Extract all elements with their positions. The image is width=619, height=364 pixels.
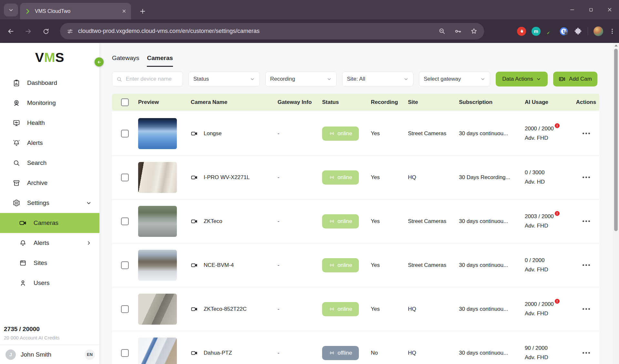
- row-actions-menu[interactable]: [581, 131, 592, 136]
- sidebar-item-monitoring[interactable]: Monitoring: [0, 93, 99, 113]
- tab-search-button[interactable]: [4, 4, 18, 16]
- scrollbar-up-arrow[interactable]: [613, 43, 619, 48]
- row-checkbox[interactable]: [121, 174, 129, 181]
- close-button[interactable]: [600, 0, 619, 19]
- site-info-icon[interactable]: [66, 28, 74, 35]
- device-search[interactable]: [112, 72, 183, 86]
- sidebar: VMS Dashboard Monitoring Health Ale: [0, 43, 99, 364]
- back-button[interactable]: [4, 25, 17, 38]
- camera-preview-thumbnail[interactable]: [138, 294, 177, 325]
- camera-name[interactable]: ZKTeco-852T22C: [204, 306, 247, 312]
- sidebar-item-label: Cameras: [34, 219, 58, 227]
- address-bar[interactable]: cloudtwo-prod.vxgdemo.cloud-vms.com/en/c…: [60, 23, 484, 39]
- select-all-checkbox[interactable]: [121, 98, 129, 106]
- saved-password-key-icon[interactable]: [454, 27, 462, 35]
- zoom-out-icon[interactable]: [438, 27, 446, 35]
- sidebar-item-archive[interactable]: Archive: [0, 173, 99, 193]
- minimize-button[interactable]: [563, 0, 582, 19]
- status-badge: online: [322, 258, 359, 272]
- search-input[interactable]: [125, 76, 179, 83]
- language-badge[interactable]: EN: [85, 349, 95, 360]
- sidebar-item-users[interactable]: Users: [0, 273, 99, 293]
- browser-tab[interactable]: VMS CloudTwo: [20, 3, 131, 19]
- dropdown-label: Status: [193, 76, 209, 82]
- bookmark-star-icon[interactable]: [470, 27, 478, 35]
- row-checkbox[interactable]: [121, 305, 129, 313]
- password-manager-extension-icon[interactable]: [559, 27, 568, 36]
- tab-close-icon[interactable]: [122, 9, 127, 14]
- forward-button[interactable]: [22, 25, 35, 38]
- user-avatar: J: [5, 349, 16, 360]
- search-icon: [13, 159, 20, 167]
- row-checkbox[interactable]: [121, 261, 129, 269]
- user-row[interactable]: J John Smith EN: [0, 345, 99, 364]
- scrollbar-thumb[interactable]: [614, 49, 618, 231]
- tab-cameras[interactable]: Cameras: [147, 55, 173, 67]
- status-text: online: [338, 306, 352, 312]
- dropdown-label: Site: All: [347, 76, 365, 82]
- camera-name[interactable]: Dahua-PTZ: [204, 350, 232, 356]
- row-actions-menu[interactable]: [581, 350, 592, 356]
- webcam-icon: [13, 99, 20, 107]
- extensions-puzzle-icon[interactable]: [574, 27, 582, 35]
- video-camera-icon: [191, 218, 198, 225]
- camera-name[interactable]: I-PRO WV-X2271L: [204, 174, 250, 181]
- sidebar-collapse-button[interactable]: [95, 57, 104, 66]
- tab-gateways[interactable]: Gateways: [112, 55, 139, 67]
- status-text: online: [338, 262, 352, 268]
- reload-button[interactable]: [39, 25, 52, 38]
- browser-toolbar: cloudtwo-prod.vxgdemo.cloud-vms.com/en/c…: [0, 19, 619, 43]
- signal-icon: [329, 262, 335, 268]
- user-icon: [19, 279, 27, 287]
- sidebar-item-cameras[interactable]: Cameras: [0, 213, 99, 233]
- row-checkbox[interactable]: [121, 217, 129, 225]
- camera-preview-thumbnail[interactable]: [138, 118, 177, 149]
- data-actions-button[interactable]: Data Actions: [496, 72, 548, 86]
- status-filter-dropdown[interactable]: Status: [188, 72, 260, 86]
- row-actions-menu[interactable]: [581, 218, 592, 224]
- logo-s: S: [55, 50, 64, 65]
- status-text: offline: [338, 350, 352, 356]
- monica-extension-icon[interactable]: m: [532, 27, 541, 36]
- eyedropper-extension-icon[interactable]: [546, 27, 554, 35]
- sidebar-item-alerts-sub[interactable]: Alerts: [0, 233, 99, 253]
- bell-ringing-icon: [13, 139, 20, 147]
- row-actions-menu[interactable]: [581, 306, 592, 312]
- ai-credits: 2735 / 20000 20 000 Account AI Credits: [0, 326, 99, 345]
- browser-menu-kebab-icon[interactable]: [609, 28, 616, 35]
- camera-name[interactable]: Longse: [204, 130, 222, 137]
- camera-preview-thumbnail[interactable]: [138, 338, 177, 364]
- camera-preview-thumbnail[interactable]: [138, 206, 177, 237]
- sidebar-item-sites[interactable]: Sites: [0, 253, 99, 273]
- new-tab-button[interactable]: [137, 5, 148, 17]
- sidebar-item-alerts[interactable]: Alerts: [0, 133, 99, 153]
- row-checkbox[interactable]: [121, 349, 129, 357]
- camera-name[interactable]: ZKTeco: [204, 218, 222, 225]
- recording-filter-dropdown[interactable]: Recording: [265, 72, 337, 86]
- camera-name[interactable]: NCE-BVM-4: [204, 262, 234, 268]
- table-row: I-PRO WV-X2271L - online Yes HQ 30 Days …: [112, 156, 599, 199]
- logo-m: M: [44, 50, 56, 65]
- chevron-right-icon: [86, 240, 92, 246]
- maximize-button[interactable]: [582, 0, 600, 19]
- sidebar-item-health[interactable]: Health: [0, 113, 99, 133]
- page-tabs: Gateways Cameras: [112, 55, 173, 67]
- site-filter-dropdown[interactable]: Site: All: [342, 72, 413, 86]
- camera-preview-thumbnail[interactable]: [138, 162, 177, 193]
- sidebar-item-dashboard[interactable]: Dashboard: [0, 73, 99, 93]
- vms-logo: VMS: [0, 50, 99, 65]
- row-actions-menu[interactable]: [581, 262, 592, 268]
- row-checkbox[interactable]: [121, 130, 129, 137]
- row-actions-menu[interactable]: [581, 175, 592, 180]
- sidebar-item-settings[interactable]: Settings: [0, 193, 99, 213]
- camera-preview-thumbnail[interactable]: [138, 250, 177, 281]
- gateway-filter-dropdown[interactable]: Select gateway: [419, 72, 490, 86]
- status-text: online: [338, 174, 352, 181]
- browser-profile-avatar[interactable]: [594, 26, 603, 36]
- adblock-extension-icon[interactable]: [517, 27, 526, 36]
- add-cam-button[interactable]: Add Cam: [553, 72, 597, 86]
- status-badge: online: [322, 214, 359, 228]
- ai-usage-value: 2000 / 2000: [525, 301, 554, 308]
- site-value: Street Cameras: [405, 218, 458, 225]
- sidebar-item-search[interactable]: Search: [0, 153, 99, 173]
